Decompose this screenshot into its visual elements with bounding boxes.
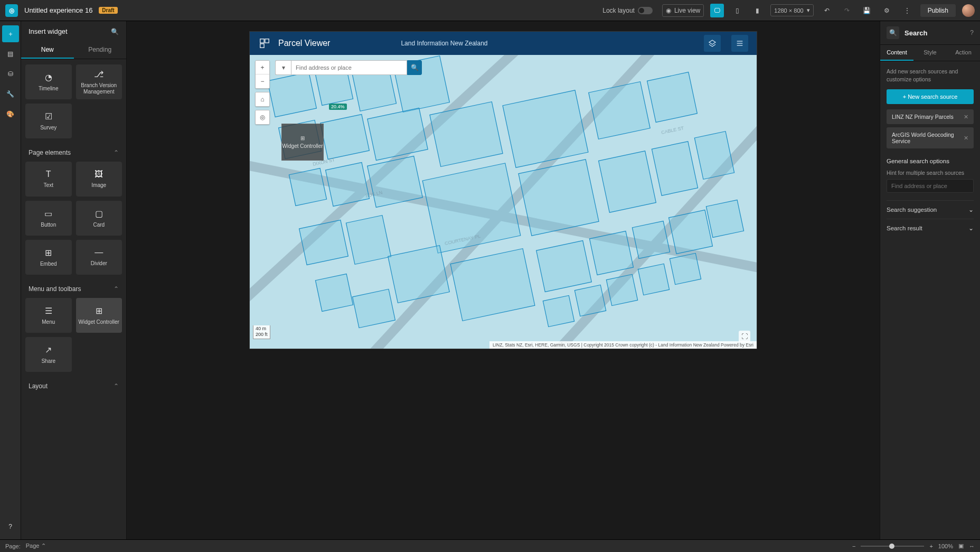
section-label: Page elements	[29, 149, 71, 156]
chevron-down-icon: ⌄	[968, 224, 974, 232]
widget-embed[interactable]: ⊞Embed	[25, 240, 72, 275]
widget-label: Timeline	[39, 86, 58, 92]
survey-icon: ☑	[45, 111, 52, 121]
desktop-view-button[interactable]: 🖵	[710, 4, 724, 17]
publish-button[interactable]: Publish	[920, 4, 956, 17]
utilities-rail-button[interactable]: 🔧	[2, 86, 19, 102]
widget-text[interactable]: TText	[25, 162, 72, 197]
widget-survey[interactable]: ☑ Survey	[25, 104, 72, 138]
live-view-button[interactable]: ◉ Live view	[662, 4, 704, 17]
widget-label: Divider	[91, 260, 107, 267]
widget-timeline[interactable]: ◔ Timeline	[25, 64, 72, 99]
section-layout[interactable]: Layout ⌃	[25, 379, 122, 395]
live-view-label: Live view	[674, 7, 700, 14]
tab-new[interactable]: New	[21, 42, 74, 59]
left-rail: ＋ ▤ ⛁ 🔧 🎨 ?	[0, 21, 21, 539]
app-canvas[interactable]: Parcel Viewer Land Information New Zeala…	[250, 32, 757, 349]
hint-input[interactable]	[887, 179, 974, 193]
save-button[interactable]: 💾	[860, 4, 874, 17]
tab-action[interactable]: Action	[947, 45, 980, 61]
section-page-elements[interactable]: Page elements ⌃	[25, 146, 122, 162]
widget-menu[interactable]: ☰Menu	[25, 298, 72, 333]
tablet-view-button[interactable]: ▯	[730, 4, 744, 17]
fullscreen-button[interactable]: ⛶	[739, 331, 750, 342]
page-selector[interactable]: Page ⌃	[26, 542, 46, 549]
draft-badge: Draft	[99, 7, 117, 14]
mobile-view-button[interactable]: ▮	[750, 4, 764, 17]
insert-widget-rail-button[interactable]: ＋	[2, 25, 19, 42]
settings-icon[interactable]: ⚙	[880, 4, 894, 17]
theme-rail-button[interactable]: 🎨	[2, 106, 19, 123]
search-source-item[interactable]: LINZ NZ Primary Parcels ✕	[887, 109, 974, 124]
chevron-down-icon: ⌄	[968, 206, 974, 213]
canvas-area[interactable]: Parcel Viewer Land Information New Zeala…	[127, 21, 880, 539]
canvas-size-dropdown[interactable]: 1280 × 800 ▾	[770, 4, 813, 16]
remove-source-button[interactable]: ✕	[964, 114, 968, 120]
svg-marker-3	[709, 40, 715, 44]
page-rail-button[interactable]: ▤	[2, 45, 19, 62]
widget-label: Menu	[42, 319, 55, 325]
app-title: Parcel Viewer	[278, 39, 330, 48]
section-menu-toolbars[interactable]: Menu and toolbars ⌃	[25, 282, 122, 298]
undo-button[interactable]: ↶	[820, 4, 834, 17]
lock-layout-toggle[interactable]: Lock layout	[599, 5, 656, 16]
chevron-down-icon: ▾	[807, 7, 810, 14]
widget-widget-controller[interactable]: ⊞Widget Controller	[76, 298, 123, 333]
search-source-dropdown[interactable]: ▾	[275, 60, 291, 75]
user-avatar[interactable]	[962, 4, 975, 17]
settings-tabs: Content Style Action	[880, 45, 980, 61]
zoom-out-button[interactable]: −	[256, 74, 269, 88]
chevron-up-icon: ⌃	[41, 542, 46, 549]
dragging-widget-preview[interactable]: ⊞ Widget Controller	[281, 124, 324, 161]
map-search-input[interactable]	[291, 60, 407, 75]
zoom-in-icon[interactable]: +	[929, 543, 932, 549]
list-button[interactable]	[731, 35, 748, 52]
text-icon: T	[46, 170, 51, 179]
add-search-source-button[interactable]: New search source	[887, 89, 974, 104]
search-result-accordion[interactable]: Search result ⌄	[887, 219, 974, 237]
search-icon[interactable]: 🔍	[111, 28, 119, 35]
search-suggestion-accordion[interactable]: Search suggestion ⌄	[887, 200, 974, 219]
page-value: Page	[26, 542, 40, 549]
app-logo-icon[interactable]: ◎	[5, 4, 18, 17]
zoom-slider[interactable]	[861, 546, 924, 547]
svg-rect-45	[638, 264, 669, 295]
widget-card[interactable]: ▢Card	[76, 201, 123, 236]
svg-rect-37	[632, 221, 670, 258]
layers-button[interactable]	[704, 35, 721, 52]
svg-rect-27	[519, 160, 599, 236]
redo-button[interactable]: ↷	[840, 4, 854, 17]
data-rail-button[interactable]: ⛁	[2, 66, 19, 82]
zoom-in-button[interactable]: +	[256, 61, 269, 74]
more-menu-button[interactable]: ⋮	[900, 4, 914, 17]
svg-rect-36	[589, 231, 633, 275]
search-submit-button[interactable]: 🔍	[407, 60, 422, 75]
widget-button[interactable]: ▭Button	[25, 201, 72, 236]
zoom-out-icon[interactable]: −	[852, 543, 855, 549]
button-icon: ▭	[44, 209, 52, 219]
tab-pending[interactable]: Pending	[74, 42, 127, 59]
tab-style[interactable]: Style	[913, 45, 947, 61]
lock-layout-label: Lock layout	[602, 7, 635, 14]
help-rail-button[interactable]: ?	[2, 518, 19, 535]
search-source-item[interactable]: ArcGIS World Geocoding Service ✕	[887, 127, 974, 148]
widget-branch-version[interactable]: ⎇ Branch Version Management	[76, 64, 123, 99]
tab-content[interactable]: Content	[880, 45, 913, 61]
home-button[interactable]: ⌂	[256, 92, 269, 106]
svg-rect-1	[265, 39, 269, 43]
page-indicator-label: Page:	[5, 543, 21, 549]
toggle-icon[interactable]	[638, 7, 653, 14]
widget-panel-title: Insert widget	[29, 27, 68, 35]
svg-rect-23	[289, 168, 326, 205]
experience-title[interactable]: Untitled experience 16	[24, 6, 92, 14]
remove-source-button[interactable]: ✕	[964, 135, 968, 141]
help-icon[interactable]: ?	[970, 29, 974, 36]
widget-share[interactable]: ↗Share	[25, 337, 72, 372]
canvas-size-label: 1280 × 800	[774, 7, 803, 14]
fit-screen-button[interactable]: ▣	[958, 542, 964, 549]
widget-divider[interactable]: —Divider	[76, 240, 123, 275]
map-widget[interactable]: COURTENAY PL BUS LN DIXON ST CABLE ST + …	[250, 55, 757, 349]
locate-button[interactable]: ◎	[256, 110, 269, 124]
widget-image[interactable]: 🖼Image	[76, 162, 123, 197]
fit-width-button[interactable]: ↔	[969, 543, 975, 549]
